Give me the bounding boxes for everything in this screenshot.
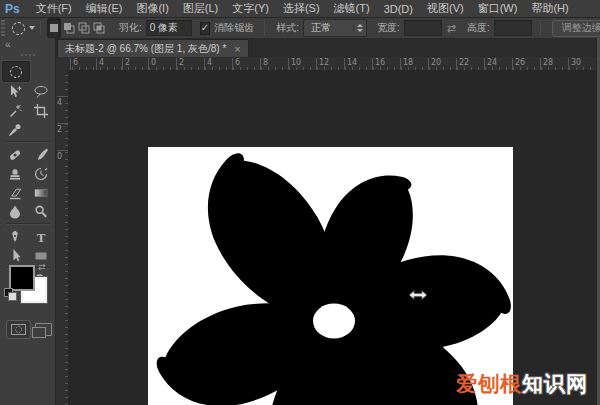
tool-magic-wand[interactable] xyxy=(2,101,28,120)
tool-eyedropper[interactable] xyxy=(2,120,28,139)
tool-history-brush[interactable] xyxy=(28,164,54,183)
quick-mask-button[interactable] xyxy=(6,320,31,339)
tool-crop[interactable] xyxy=(28,101,54,120)
chevron-down-icon xyxy=(29,26,35,30)
tool-spot-healing-brush[interactable] xyxy=(2,145,28,164)
new-selection-icon xyxy=(48,22,60,34)
tool-pen[interactable] xyxy=(2,227,28,246)
tool-blur[interactable] xyxy=(2,202,28,221)
feather-input[interactable] xyxy=(146,20,192,36)
screen-mode-button[interactable] xyxy=(35,323,52,336)
menu-item-10[interactable]: 窗口(W) xyxy=(471,0,525,17)
style-value: 正常 xyxy=(311,21,331,35)
color-swatches: ⇄ xyxy=(0,262,55,318)
menu-item-7[interactable]: 滤镜(T) xyxy=(327,0,377,17)
default-colors-icon[interactable] xyxy=(4,288,17,301)
menu-item-1[interactable]: 文件(F) xyxy=(29,0,79,17)
menu-item-5[interactable]: 文字(Y) xyxy=(225,0,276,17)
subtract-from-selection-button[interactable] xyxy=(78,19,91,37)
refine-edge-button[interactable]: 调整边缘 … xyxy=(552,20,600,37)
tool-clone-stamp[interactable] xyxy=(2,164,28,183)
horizontal-ruler[interactable]: 642024681012141618202224262830 xyxy=(68,57,596,71)
antialias-checkbox[interactable]: ✓ xyxy=(200,22,210,35)
panel-bottom-buttons xyxy=(0,320,55,350)
new-selection-button[interactable] xyxy=(47,18,61,38)
tool-group-divider xyxy=(6,223,50,225)
watermark-white-text: 知识网 xyxy=(522,372,588,395)
divider xyxy=(40,20,41,36)
tool-elliptical-marquee[interactable] xyxy=(2,61,30,82)
tool-move[interactable] xyxy=(2,82,28,101)
quick-mask-icon xyxy=(11,324,26,335)
intersect-selection-icon xyxy=(93,22,106,35)
flower-artwork xyxy=(148,147,513,405)
tool-group-divider xyxy=(6,141,50,143)
close-tab-icon[interactable]: × xyxy=(234,43,240,55)
style-dropdown[interactable]: 正常 xyxy=(303,19,367,37)
antialias-label: 消除锯齿 xyxy=(214,21,254,35)
menu-item-11[interactable]: 帮助(H) xyxy=(524,0,575,17)
divider xyxy=(540,20,541,36)
menu-items: 文件(F)编辑(E)图像(I)图层(L)文字(Y)选择(S)滤镜(T)3D(D)… xyxy=(29,0,576,17)
tool-options-bar: 羽化: ✓ 消除锯齿 样式: 正常 宽度: ⇄ 高度: 调整边缘 … xyxy=(0,18,600,39)
menu-item-2[interactable]: 编辑(E) xyxy=(79,0,130,17)
tool-gradient[interactable] xyxy=(28,183,54,202)
options-grip-icon xyxy=(1,20,5,36)
horizontal-resize-cursor-icon xyxy=(408,287,428,305)
menu-item-4[interactable]: 图层(L) xyxy=(176,0,225,17)
swap-dimensions-icon[interactable]: ⇄ xyxy=(447,22,456,35)
add-selection-icon xyxy=(63,22,76,35)
panel-dock-edge xyxy=(596,38,600,405)
width-label: 宽度: xyxy=(377,21,400,35)
style-label: 样式: xyxy=(276,21,299,35)
tool-brush[interactable] xyxy=(28,145,54,164)
menu-item-3[interactable]: 图像(I) xyxy=(129,0,175,17)
svg-text:T: T xyxy=(37,229,46,244)
add-to-selection-button[interactable] xyxy=(63,19,76,37)
tools-panel: « T ⇄ xyxy=(0,38,56,405)
swap-colors-icon[interactable]: ⇄ xyxy=(38,262,46,272)
collapse-panel-button[interactable]: « xyxy=(0,38,55,52)
intersect-selection-button[interactable] xyxy=(93,19,106,37)
elliptical-marquee-icon xyxy=(12,22,25,35)
height-label: 高度: xyxy=(467,21,490,35)
photoshop-logo: Ps xyxy=(0,2,29,16)
style-spinner-icon xyxy=(353,24,363,32)
height-input[interactable] xyxy=(494,20,532,36)
watermark: 爱刨根知识网 xyxy=(456,370,588,398)
tool-eraser[interactable] xyxy=(2,183,28,202)
document-tab-title: 未标题-2 @ 66.7% (图层 1, 灰色/8) * xyxy=(65,42,226,56)
panel-grip-icon xyxy=(21,54,35,58)
divider xyxy=(264,20,265,36)
width-input[interactable] xyxy=(404,20,442,36)
menu-bar: Ps 文件(F)编辑(E)图像(I)图层(L)文字(Y)选择(S)滤镜(T)3D… xyxy=(0,0,600,18)
document-tab-bar: 未标题-2 @ 66.7% (图层 1, 灰色/8) * × xyxy=(56,38,596,57)
feather-label: 羽化: xyxy=(119,21,142,35)
tool-type[interactable]: T xyxy=(28,227,54,246)
watermark-orange-text: 爱刨根 xyxy=(456,372,522,395)
subtract-selection-icon xyxy=(78,22,91,35)
canvas[interactable] xyxy=(148,147,513,405)
tool-dodge[interactable] xyxy=(28,202,54,221)
document-tab[interactable]: 未标题-2 @ 66.7% (图层 1, 灰色/8) * × xyxy=(57,39,249,58)
tool-lasso[interactable] xyxy=(28,82,54,101)
menu-item-8[interactable]: 3D(D) xyxy=(377,0,420,17)
document-pasteboard[interactable]: 爱刨根知识网 xyxy=(68,70,596,405)
menu-item-9[interactable]: 视图(V) xyxy=(420,0,471,17)
tool-preset-picker[interactable] xyxy=(12,22,35,35)
menu-item-6[interactable]: 选择(S) xyxy=(276,0,327,17)
tool-grid: T xyxy=(2,61,54,290)
